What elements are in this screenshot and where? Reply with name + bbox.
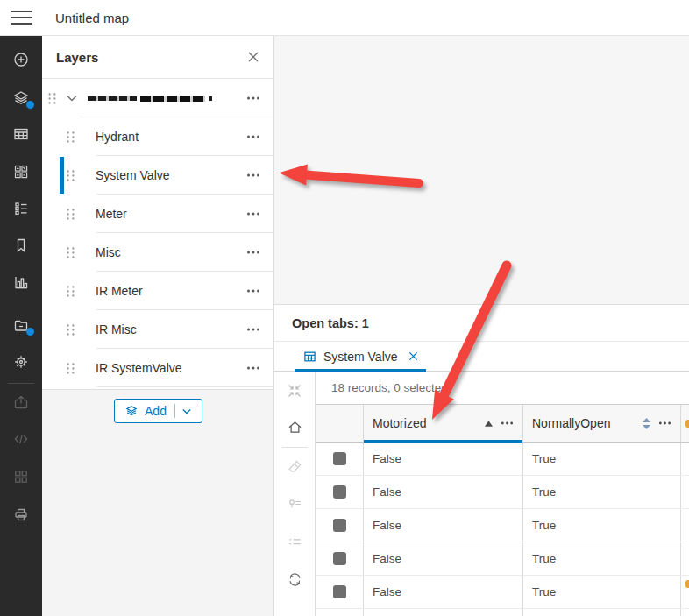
map-canvas[interactable]	[274, 36, 689, 304]
chevron-down-icon	[182, 408, 191, 414]
clipped-column-icon	[685, 420, 689, 428]
clipped-cell-icon	[685, 580, 689, 588]
options-ellipsis-icon[interactable]	[246, 212, 260, 216]
collapse-icon[interactable]	[274, 374, 315, 407]
drag-handle-icon[interactable]	[66, 169, 75, 182]
tab-system-valve[interactable]: System Valve	[295, 342, 426, 371]
options-ellipsis-icon[interactable]	[246, 135, 260, 138]
left-toolbar	[0, 36, 42, 616]
redacted-group-layer-name	[88, 96, 212, 102]
table-row[interactable]: False True	[316, 576, 689, 609]
table-row[interactable]: False True	[316, 609, 689, 616]
row-select-checkbox[interactable]	[333, 485, 346, 499]
table-row[interactable]: False True	[316, 476, 689, 509]
options-ellipsis-icon[interactable]	[246, 96, 260, 100]
row-select-checkbox[interactable]	[333, 585, 346, 598]
layer-row[interactable]: Meter	[42, 195, 273, 233]
refresh-icon[interactable]	[274, 563, 315, 596]
share-icon[interactable]	[0, 385, 42, 420]
developer-code-icon[interactable]	[0, 421, 42, 457]
notification-dot	[26, 328, 34, 336]
records-summary: 18 records, 0 selected	[331, 381, 448, 394]
print-icon[interactable]	[0, 497, 42, 532]
column-header-motorized[interactable]: Motorized	[364, 405, 523, 443]
attribute-table: Motorized NormallyOpen	[316, 405, 689, 616]
menu-icon[interactable]	[0, 0, 42, 35]
map-title: Untitled map	[55, 11, 129, 25]
table-tools-rail	[274, 372, 316, 616]
options-ellipsis-icon[interactable]	[246, 366, 260, 370]
list-icon[interactable]	[274, 525, 315, 558]
layer-row[interactable]: Hydrant	[42, 117, 273, 156]
layer-row[interactable]: IR Misc	[42, 310, 273, 349]
close-tab-icon[interactable]	[408, 351, 418, 361]
layer-name: Misc	[96, 245, 121, 259]
eraser-icon[interactable]	[274, 450, 315, 483]
table-grid-icon[interactable]	[0, 117, 42, 152]
column-options-ellipsis-icon[interactable]	[501, 421, 514, 425]
table-icon	[302, 350, 317, 364]
charts-icon[interactable]	[0, 265, 42, 300]
pin-fields-icon[interactable]	[274, 487, 315, 520]
bookmarks-icon[interactable]	[0, 228, 42, 263]
layers-icon[interactable]	[0, 81, 42, 116]
row-select-checkbox[interactable]	[333, 519, 346, 532]
drag-handle-icon[interactable]	[66, 208, 75, 221]
row-select-checkbox[interactable]	[333, 452, 346, 465]
layers-panel: Layers Hydrant System Valve Meter	[42, 36, 274, 616]
layer-row[interactable]: Misc	[42, 233, 273, 272]
options-ellipsis-icon[interactable]	[246, 328, 260, 331]
cell-motorized: False	[364, 576, 523, 608]
add-layer-button[interactable]: Add	[114, 399, 202, 423]
cell-normallyopen: True	[523, 476, 681, 508]
layer-row[interactable]: IR SystemValve	[42, 349, 273, 387]
layer-row-selected[interactable]: System Valve	[42, 156, 273, 195]
drag-handle-icon[interactable]	[66, 131, 75, 144]
cell-normallyopen: True	[523, 443, 681, 475]
basemap-icon[interactable]	[0, 154, 42, 189]
drag-handle-icon[interactable]	[66, 285, 75, 298]
home-icon[interactable]	[274, 410, 315, 443]
layer-row-group[interactable]	[42, 79, 273, 117]
options-ellipsis-icon[interactable]	[246, 289, 260, 293]
cell-normallyopen: True	[523, 509, 681, 542]
close-icon[interactable]	[247, 51, 259, 63]
cell-motorized: False	[364, 443, 523, 475]
row-select-checkbox[interactable]	[333, 552, 346, 565]
rail-divider	[281, 447, 308, 448]
cell-normallyopen: True	[523, 576, 681, 608]
cell-normallyopen: True	[523, 542, 681, 575]
layers-panel-title: Layers	[56, 50, 98, 65]
options-ellipsis-icon[interactable]	[246, 251, 260, 254]
sort-ascending-icon[interactable]	[485, 421, 493, 427]
layer-name: IR Misc	[96, 322, 137, 336]
cell-normallyopen: True	[523, 609, 681, 616]
layer-name: IR SystemValve	[96, 361, 182, 375]
column-options-ellipsis-icon[interactable]	[658, 421, 671, 425]
cell-motorized: False	[364, 476, 523, 508]
table-tab-bar: System Valve	[274, 342, 689, 372]
table-header-row: Motorized NormallyOpen	[316, 405, 689, 443]
tab-label: System Valve	[323, 350, 398, 364]
column-header-normallyopen[interactable]: NormallyOpen	[523, 405, 681, 443]
add-button-label: Add	[145, 404, 167, 418]
drag-handle-icon[interactable]	[66, 323, 75, 336]
apps-icon[interactable]	[0, 459, 42, 494]
sort-icon[interactable]	[643, 418, 650, 429]
layer-row[interactable]: IR Meter	[42, 272, 273, 310]
legend-icon[interactable]	[0, 191, 42, 226]
drag-handle-icon[interactable]	[66, 246, 75, 259]
tables-icon[interactable]	[0, 308, 42, 343]
table-row[interactable]: False True	[316, 443, 689, 476]
table-row[interactable]: False True	[316, 542, 689, 576]
drag-handle-icon[interactable]	[47, 92, 57, 105]
add-layer-icon[interactable]	[0, 42, 42, 77]
drag-handle-icon[interactable]	[66, 362, 75, 375]
settings-gear-icon[interactable]	[0, 344, 42, 379]
layers-panel-footer: Add	[42, 389, 273, 616]
layer-name: Meter	[96, 207, 127, 221]
table-row[interactable]: False True	[316, 509, 689, 542]
select-all-header[interactable]	[316, 405, 364, 443]
chevron-down-icon[interactable]	[67, 95, 77, 102]
options-ellipsis-icon[interactable]	[246, 173, 260, 177]
